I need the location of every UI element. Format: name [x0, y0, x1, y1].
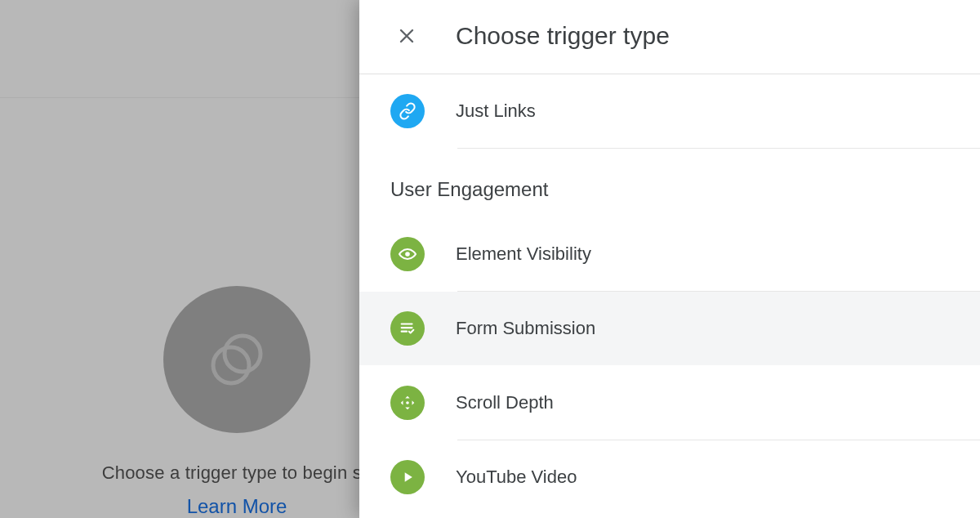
- trigger-label: Form Submission: [456, 318, 595, 339]
- trigger-label: YouTube Video: [456, 467, 577, 488]
- trigger-label: Just Links: [456, 100, 536, 122]
- trigger-option-just-links[interactable]: Just Links: [390, 74, 980, 148]
- trigger-label: Scroll Depth: [456, 392, 554, 413]
- svg-point-3: [406, 401, 409, 404]
- trigger-type-panel: Choose trigger type Just Links User Enga…: [359, 0, 980, 518]
- section-user-engagement: User Engagement: [359, 149, 980, 217]
- trigger-option-form-submission[interactable]: Form Submission: [359, 292, 980, 365]
- close-button[interactable]: [392, 21, 421, 51]
- trigger-label: Element Visibility: [456, 243, 591, 265]
- trigger-option-element-visibility[interactable]: Element Visibility: [390, 217, 980, 291]
- panel-header: Choose trigger type: [359, 0, 980, 74]
- play-icon: [390, 460, 425, 494]
- trigger-option-scroll-depth[interactable]: Scroll Depth: [390, 366, 980, 440]
- eye-icon: [390, 237, 425, 271]
- panel-body: Just Links User Engagement Element Visib…: [359, 74, 980, 518]
- form-icon: [390, 311, 425, 346]
- scroll-icon: [390, 386, 425, 420]
- link-icon: [390, 94, 425, 128]
- close-icon: [397, 26, 416, 46]
- svg-point-2: [405, 252, 410, 257]
- panel-title: Choose trigger type: [456, 22, 670, 50]
- trigger-option-youtube-video[interactable]: YouTube Video: [390, 440, 980, 514]
